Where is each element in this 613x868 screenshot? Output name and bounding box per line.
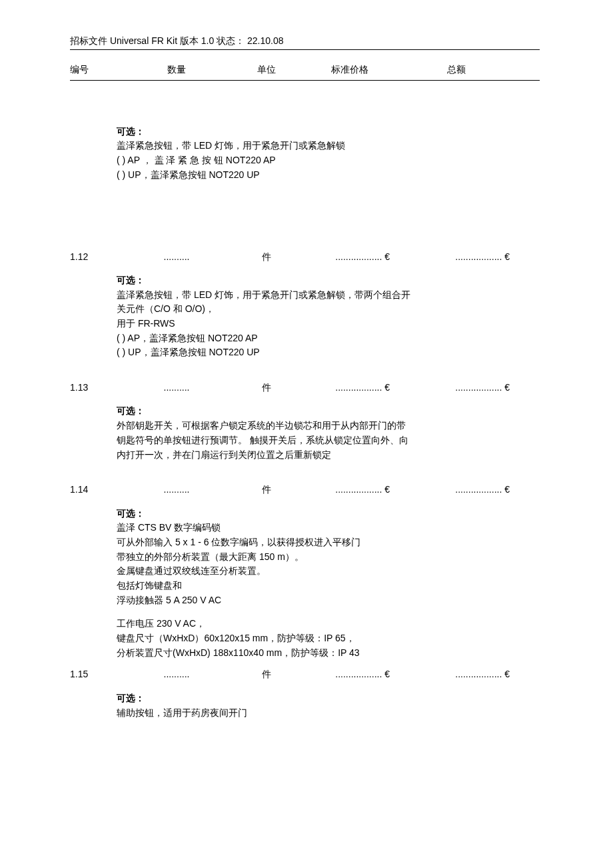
item-number: 1.12 [70, 249, 117, 264]
item-total: .................. € [403, 380, 510, 395]
col-header-qty: 数量 [117, 62, 237, 77]
item-row: 1.14 .......... 件 .................. € .… [70, 482, 540, 497]
desc-line: 分析装置尺寸(WxHxD) 188x110x40 mm，防护等级：IP 43 [117, 646, 526, 661]
item-row: 1.15 .......... 件 .................. € .… [70, 667, 540, 681]
desc-line: ( ) AP ， 盖 泽 紧 急 按 钮 NOT220 AP [117, 153, 526, 168]
desc-line: 盖泽紧急按钮，带 LED 灯饰，用于紧急开门或紧急解锁，带两个组合开 [117, 288, 526, 303]
optional-label: 可选： [117, 125, 526, 139]
optional-label: 可选： [117, 691, 526, 706]
col-header-price: 标准价格 [297, 62, 403, 77]
item-unit: 件 [237, 380, 297, 395]
desc-line: 用于 FR-RWS [117, 317, 526, 331]
desc-line: 辅助按钮，适用于药房夜间开门 [117, 706, 526, 721]
item-qty: .......... [117, 667, 237, 681]
description-block-extra: 工作电压 230 V AC， 键盘尺寸（WxHxD）60x120x15 mm，防… [70, 617, 540, 660]
desc-line: ( ) AP，盖泽紧急按钮 NOT220 AP [117, 331, 526, 346]
item-total: .................. € [403, 249, 510, 264]
desc-line: 关元件（C/O 和 O/O)， [117, 302, 526, 317]
desc-line: 浮动接触器 5 A 250 V AC [117, 593, 526, 608]
item-price: .................. € [297, 380, 403, 395]
description-block-first: 可选： 盖泽紧急按钮，带 LED 灯饰，用于紧急开门或紧急解锁 ( ) AP ，… [70, 125, 540, 183]
desc-line: 盖泽紧急按钮，带 LED 灯饰，用于紧急开门或紧急解锁 [117, 139, 526, 153]
desc-line: ( ) UP，盖泽紧急按钮 NOT220 UP [117, 168, 526, 183]
desc-line: 内打开一次，并在门扇运行到关闭位置之后重新锁定 [117, 448, 526, 463]
col-header-total: 总额 [403, 62, 510, 77]
desc-line: 可从外部输入 5 x 1 - 6 位数字编码，以获得授权进入平移门 [117, 535, 526, 550]
item-unit: 件 [237, 667, 297, 681]
description-block: 可选： 盖泽 CTS BV 数字编码锁 可从外部输入 5 x 1 - 6 位数字… [70, 507, 540, 608]
item-price: .................. € [297, 667, 403, 681]
description-block: 可选： 辅助按钮，适用于药房夜间开门 [70, 691, 540, 720]
item-number: 1.13 [70, 380, 117, 395]
item-unit: 件 [237, 249, 297, 264]
document-header: 招标文件 Universal FR Kit 版本 1.0 状态： 22.10.0… [70, 33, 540, 48]
desc-line: 外部钥匙开关，可根据客户锁定系统的半边锁芯和用于从内部开门的带 [117, 419, 526, 433]
item-number: 1.15 [70, 667, 117, 681]
col-header-unit: 单位 [237, 62, 297, 77]
item-price: .................. € [297, 249, 403, 264]
desc-line: ( ) UP，盖泽紧急按钮 NOT220 UP [117, 345, 526, 360]
rule-top [70, 49, 540, 50]
desc-line: 钥匙符号的单按钮进行预调节。 触摸开关后，系统从锁定位置向外、向 [117, 433, 526, 448]
item-qty: .......... [117, 482, 237, 497]
item-row: 1.13 .......... 件 .................. € .… [70, 380, 540, 395]
item-price: .................. € [297, 482, 403, 497]
column-headers: 编号 数量 单位 标准价格 总额 [70, 62, 540, 77]
desc-spaced: ( ) AP ， 盖 泽 紧 急 按 钮 NOT220 AP [117, 153, 276, 168]
description-block: 可选： 外部钥匙开关，可根据客户锁定系统的半边锁芯和用于从内部开门的带 钥匙符号… [70, 404, 540, 462]
item-unit: 件 [237, 482, 297, 497]
desc-line: 带独立的外部分析装置（最大距离 150 m）。 [117, 550, 526, 565]
desc-line: 键盘尺寸（WxHxD）60x120x15 mm，防护等级：IP 65， [117, 631, 526, 646]
optional-label: 可选： [117, 273, 526, 288]
description-block: 可选： 盖泽紧急按钮，带 LED 灯饰，用于紧急开门或紧急解锁，带两个组合开 关… [70, 273, 540, 360]
optional-label: 可选： [117, 507, 526, 521]
desc-line: 金属键盘通过双绞线连至分析装置。 [117, 564, 526, 579]
optional-label: 可选： [117, 404, 526, 419]
item-total: .................. € [403, 482, 510, 497]
item-total: .................. € [403, 667, 510, 681]
desc-line: 盖泽 CTS BV 数字编码锁 [117, 521, 526, 535]
item-row: 1.12 .......... 件 .................. € .… [70, 249, 540, 264]
rule-sub [70, 80, 540, 81]
desc-line: 工作电压 230 V AC， [117, 617, 526, 631]
item-number: 1.14 [70, 482, 117, 497]
col-header-num: 编号 [70, 62, 117, 77]
item-qty: .......... [117, 249, 237, 264]
desc-line: 包括灯饰键盘和 [117, 579, 526, 593]
item-qty: .......... [117, 380, 237, 395]
